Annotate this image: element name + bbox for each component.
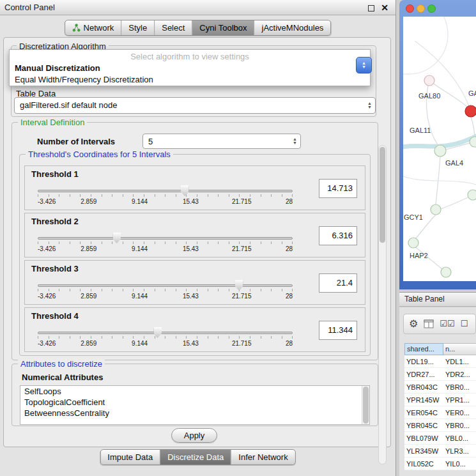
tick-label: 21.715 [232, 245, 252, 252]
control-panel-titlebar[interactable]: Control Panel ✕ [0, 0, 395, 15]
network-node[interactable] [468, 190, 476, 200]
number-of-intervals-combobox[interactable]: 5 ▲▼ [142, 134, 301, 149]
node-label-clipped: GA [468, 89, 476, 97]
tick-label: -3.426 [38, 245, 56, 252]
tab-infer-network-label: Infer Network [238, 452, 288, 462]
cell[interactable]: YDL19... [404, 355, 443, 367]
zoom-traffic-light[interactable] [427, 4, 436, 13]
threshold-3-label: Threshold 3 [31, 264, 79, 273]
threshold-3-value-field[interactable]: 21.4 [319, 273, 357, 293]
threshold-4-slider[interactable]: -3.426 2.859 9.144 15.43 21.715 28 [38, 326, 293, 349]
cell[interactable]: YDL1... [443, 355, 476, 367]
tab-jactivemnodules[interactable]: jActiveMNodules [254, 20, 331, 35]
threshold-4-label: Threshold 4 [31, 311, 79, 321]
table-row[interactable]: YBL079W YBL0... [404, 432, 476, 445]
list-item[interactable]: BetweennessCentrality [20, 408, 369, 418]
table-row[interactable]: YDL19... YDL1... [404, 355, 476, 368]
columns-icon[interactable] [424, 319, 434, 328]
tab-select[interactable]: Select [154, 20, 192, 35]
algorithm-option-manual[interactable]: Manual Discretization [10, 63, 370, 74]
gear-icon[interactable]: ⚙ [409, 319, 418, 329]
slider-track[interactable] [38, 237, 293, 240]
cell[interactable]: YBR045C [404, 419, 443, 431]
cell[interactable]: YBL079W [404, 432, 443, 444]
cell[interactable]: YLR345W [404, 445, 443, 457]
table-row[interactable]: YBR045C YBR0... [404, 419, 476, 432]
threshold-2-value-field[interactable]: 6.316 [319, 226, 357, 245]
tab-infer-network[interactable]: Infer Network [231, 450, 295, 464]
network-canvas[interactable]: GAL80 GA GAL11 GAL4 GCY1 HAP2 [403, 17, 476, 281]
slider-track[interactable] [38, 332, 293, 334]
algorithm-combobox-stepper[interactable]: ▲▼ [356, 57, 372, 73]
tab-style[interactable]: Style [121, 20, 154, 35]
cell[interactable]: YLR3... [443, 445, 476, 457]
table-row[interactable]: YPR145W YPR1... [404, 394, 476, 406]
table-row[interactable]: YIL052C YIL0... [404, 457, 476, 470]
algorithm-placeholder-option[interactable]: Select algorithm to view settings [10, 51, 370, 63]
table-row[interactable]: YLR345W YLR3... [404, 445, 476, 457]
scrollbar-thumb[interactable] [380, 147, 385, 243]
close-icon[interactable]: ✕ [381, 3, 388, 12]
network-node[interactable] [431, 204, 441, 215]
tab-network[interactable]: Network [65, 20, 121, 35]
network-node[interactable] [441, 267, 451, 277]
threshold-1-value-field[interactable]: 14.713 [319, 179, 357, 198]
cell[interactable]: YIL0... [443, 457, 476, 470]
table-row[interactable]: YBR043C YBR0... [404, 381, 476, 394]
table-row[interactable]: YER054C YER0... [404, 406, 476, 419]
slider-track[interactable] [38, 190, 293, 192]
tab-discretize-data[interactable]: Discretize Data [160, 450, 231, 464]
minimize-traffic-light[interactable] [417, 4, 425, 13]
network-node[interactable] [408, 238, 418, 248]
thresholds-group-title: Threshold's Coordinates for 5 Intervals [26, 150, 173, 159]
deselect-icon[interactable]: ☐ [461, 319, 468, 329]
threshold-4-value-field[interactable]: 11.344 [319, 321, 357, 340]
close-traffic-light[interactable] [406, 4, 414, 13]
tick-label: 15.43 [183, 293, 199, 300]
tick-label: 2.859 [81, 245, 96, 252]
list-item[interactable]: TopologicalCoefficient [20, 397, 369, 408]
select-all-icon[interactable]: ☑☑ [440, 319, 454, 329]
cell[interactable]: YIL052C [404, 457, 443, 470]
cell[interactable]: YDR2... [443, 368, 476, 380]
column-header-name[interactable]: n... [443, 343, 476, 355]
column-header-shared[interactable]: shared... [404, 343, 443, 355]
threshold-1-slider[interactable]: -3.426 2.859 9.144 15.43 21.715 28 [38, 184, 293, 207]
network-node[interactable] [424, 75, 434, 86]
list-item[interactable]: SelfLoops [20, 386, 369, 397]
algorithm-option-equal-width[interactable]: Equal Width/Frequency Discretization [10, 74, 370, 86]
tab-cyni-toolbox[interactable]: Cyni Toolbox [192, 20, 254, 35]
cell[interactable]: YDR27... [404, 368, 443, 380]
tab-impute-data[interactable]: Impute Data [100, 450, 160, 464]
apply-button[interactable]: Apply [171, 428, 217, 443]
float-window-icon[interactable] [368, 5, 374, 12]
slider-tick-marks [38, 242, 293, 244]
cell[interactable]: YBR0... [443, 419, 476, 431]
list-scrollbar[interactable] [362, 386, 369, 424]
cell[interactable]: YBR043C [404, 381, 443, 393]
discretize-panel: Discretization Algorithm Select algorith… [3, 37, 391, 447]
network-node[interactable] [434, 145, 446, 157]
numerical-attributes-list[interactable]: SelfLoops TopologicalCoefficient Between… [20, 385, 370, 425]
tab-cyni-toolbox-label: Cyni Toolbox [199, 23, 247, 33]
cell[interactable]: YPR1... [443, 394, 476, 406]
selected-node[interactable] [465, 105, 476, 117]
cell[interactable]: YBR0... [443, 381, 476, 393]
tick-label: -3.426 [38, 293, 56, 300]
slider-track[interactable] [38, 284, 293, 287]
table-data-combobox[interactable]: galFiltered.sif default node ▲▼ [14, 97, 376, 114]
table-row[interactable]: YDR27... YDR2... [404, 368, 476, 381]
cell[interactable]: YER0... [443, 406, 476, 418]
threshold-4-panel: Threshold 4 -3.426 2.859 9.144 15.43 21.… [24, 307, 365, 352]
threshold-2-slider[interactable]: -3.426 2.859 9.144 15.43 21.715 28 [38, 231, 293, 254]
tick-label: 15.43 [183, 198, 199, 205]
cell[interactable]: YBL0... [443, 432, 476, 444]
threshold-3-slider[interactable]: -3.426 2.859 9.144 15.43 21.715 28 [38, 279, 293, 302]
cell[interactable]: YPR145W [404, 394, 443, 406]
tab-select-label: Select [162, 23, 185, 33]
panel-scrollbar[interactable] [378, 145, 387, 464]
slider-tick-labels: -3.426 2.859 9.144 15.43 21.715 28 [38, 293, 293, 300]
cell[interactable]: YER054C [404, 406, 443, 418]
table-panel-titlebar[interactable]: Table Panel [399, 292, 476, 307]
network-node[interactable] [470, 137, 476, 147]
